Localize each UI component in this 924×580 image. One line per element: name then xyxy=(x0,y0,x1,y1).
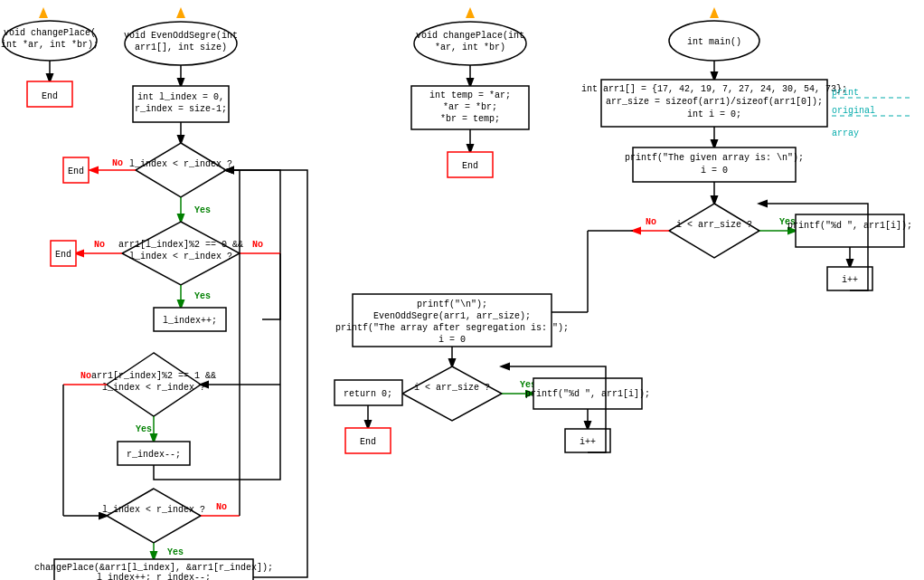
start-arrow-col3 xyxy=(466,7,475,18)
flowchart-svg: void changePlace( int *ar, int *br); End… xyxy=(0,0,924,580)
label-end-col2-top: End xyxy=(68,166,84,176)
label-col3-body-1: int temp = *ar; xyxy=(429,90,511,100)
label-d2-no-left: No xyxy=(94,240,105,250)
diamond2-main xyxy=(402,366,502,421)
label-main-init-2: arr_size = sizeof(arr1)/sizeof(arr1[0]); xyxy=(606,97,823,107)
label-diamond1-col2: l_index < r_index ? xyxy=(129,159,232,169)
label-end-col2-left: End xyxy=(55,250,71,260)
label-rindex: r_index--; xyxy=(127,450,181,460)
diamond4-col2 xyxy=(107,489,201,543)
diamond1-main xyxy=(669,204,759,258)
label-changeplace-col1: void changePlace( xyxy=(4,28,96,38)
label-changeplace-col1b: int *ar, int *br); xyxy=(1,40,99,50)
label-evenodd-2: arr1[], int size) xyxy=(135,43,227,52)
label-d4-yes: Yes xyxy=(167,547,184,557)
label-diamond2-col2-1: arr1[l_index]%2 == 0 && xyxy=(118,240,243,250)
label-printf3-2: EvenOddSegre(arr1, arr_size); xyxy=(373,311,531,321)
label-init-col2-2: r_index = size-1; xyxy=(135,104,227,114)
label-main-init-3: int i = 0; xyxy=(687,109,741,119)
label-end-main: End xyxy=(360,437,376,447)
label-d3-yes: Yes xyxy=(136,424,152,434)
label-printf3-3: printf("The array after segregation is: … xyxy=(335,323,569,333)
label-d2-no-right: No xyxy=(252,240,263,250)
label-changeplace-2: l_index++; r_index--; xyxy=(97,573,211,580)
diamond1-col2 xyxy=(136,143,226,197)
label-col3-title-1: void changePlace(int xyxy=(416,31,524,41)
label-init-col2-1: int l_index = 0, xyxy=(137,92,224,102)
label-main-init-1: int arr1[] = {17, 42, 19, 7, 27, 24, 30,… xyxy=(581,84,847,94)
label-d1-no: No xyxy=(112,158,123,168)
label-printf1-2: i = 0 xyxy=(701,166,728,176)
flowchart-canvas: void changePlace( int *ar, int *br); End… xyxy=(0,0,924,580)
label-changeplace-1: changePlace(&arr1[l_index], &arr1[r_inde… xyxy=(34,563,273,573)
label-col3-body-2: *ar = *br; xyxy=(443,102,497,112)
start-arrow-col2 xyxy=(176,7,185,18)
label-printf3-4: i = 0 xyxy=(438,335,466,345)
label-end-col1: End xyxy=(42,91,58,101)
label-printf1-1: printf("The given array is: \n"); xyxy=(625,153,804,163)
label-printf3-1: printf("\n"); xyxy=(417,300,487,309)
legend-label-original-2: array xyxy=(832,128,859,138)
rect-printf2 xyxy=(796,214,904,247)
label-col3-body-3: *br = temp; xyxy=(440,114,500,124)
label-main: int main() xyxy=(687,37,741,47)
label-iinc2: i++ xyxy=(580,437,596,447)
label-printf4: printf("%d ", arr1[i]); xyxy=(525,389,650,399)
legend-label-original-1: original xyxy=(832,106,875,116)
label-diamond3-col2-1: arr1[r_index]%2 == 1 && xyxy=(91,371,216,381)
label-d1-main: i < arr_size ? xyxy=(676,220,752,230)
label-d2-yes: Yes xyxy=(194,291,211,301)
label-d2-main: i < arr_size ? xyxy=(414,383,490,393)
label-printf2-1: printf("%d ", arr1[i]); xyxy=(787,221,912,231)
label-iinc1: i++ xyxy=(842,275,858,285)
start-arrow-col4 xyxy=(710,7,719,18)
label-d1-yes: Yes xyxy=(194,205,211,215)
label-diamond4-col2: l_index < r_index ? xyxy=(102,505,205,515)
start-arrow-col1 xyxy=(39,7,48,18)
label-lindex: l_index++; xyxy=(163,316,217,326)
legend-label-print: print xyxy=(832,88,859,98)
label-diamond3-col2-2: l_index < r_index ? xyxy=(102,383,205,393)
label-evenodd-1: void EvenOddSegre(int xyxy=(124,31,238,41)
label-end-col3: End xyxy=(462,161,478,171)
label-d3-no: No xyxy=(80,371,91,381)
label-d4-no: No xyxy=(216,502,227,512)
label-d1m-no: No xyxy=(646,217,656,227)
label-col3-title-2: *ar, int *br) xyxy=(435,43,505,52)
label-diamond2-col2-2: l_index < r_index ? xyxy=(129,252,232,261)
label-return0: return 0; xyxy=(344,389,392,399)
